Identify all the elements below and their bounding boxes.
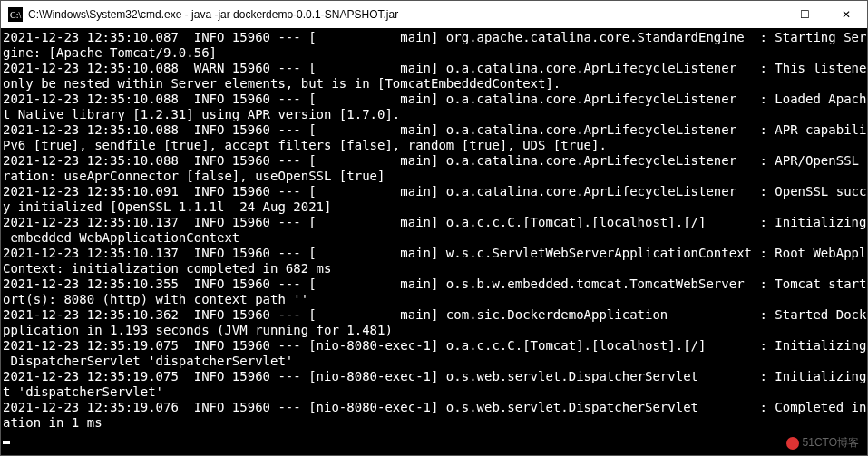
close-icon: ✕ — [842, 8, 851, 21]
log-line: 2021-12-23 12:35:10.088 INFO 15960 --- [… — [3, 122, 867, 138]
log-line: 2021-12-23 12:35:10.137 INFO 15960 --- [… — [3, 215, 867, 230]
close-button[interactable]: ✕ — [825, 1, 867, 28]
cursor — [3, 441, 10, 444]
log-line: 2021-12-23 12:35:10.362 INFO 15960 --- [… — [3, 307, 867, 323]
log-line: 2021-12-23 12:35:10.355 INFO 15960 --- [… — [3, 277, 867, 292]
console-output[interactable]: 2021-12-23 12:35:10.087 INFO 15960 --- [… — [1, 28, 867, 455]
log-line: 2021-12-23 12:35:19.075 INFO 15960 --- [… — [3, 338, 867, 354]
watermark: 51CTO博客 — [786, 435, 859, 451]
svg-text:C:\: C:\ — [10, 10, 21, 20]
maximize-button[interactable]: ☐ — [784, 1, 825, 28]
cmd-icon: C:\ — [8, 7, 23, 22]
log-line: Context: initialization completed in 682… — [3, 261, 867, 277]
window-controls: — ☐ ✕ — [742, 1, 867, 28]
log-line: ation in 1 ms — [3, 415, 867, 431]
log-line: 2021-12-23 12:35:19.076 INFO 15960 --- [… — [3, 400, 867, 415]
log-line: 2021-12-23 12:35:10.088 INFO 15960 --- [… — [3, 153, 867, 169]
log-line: 2021-12-23 12:35:10.088 WARN 15960 --- [… — [3, 61, 867, 76]
log-line: only be nested within Server elements, b… — [3, 76, 867, 92]
minimize-icon: — — [757, 8, 768, 21]
log-line: gine: [Apache Tomcat/9.0.56] — [3, 45, 867, 61]
log-line: 2021-12-23 12:35:10.137 INFO 15960 --- [… — [3, 246, 867, 261]
log-line: pplication in 1.193 seconds (JVM running… — [3, 323, 867, 338]
cursor-line — [3, 431, 867, 446]
log-line: Pv6 [true], sendfile [true], accept filt… — [3, 138, 867, 153]
log-line: 2021-12-23 12:35:19.075 INFO 15960 --- [… — [3, 369, 867, 384]
log-line: 2021-12-23 12:35:10.088 INFO 15960 --- [… — [3, 92, 867, 107]
log-line: ort(s): 8080 (http) with context path '' — [3, 292, 867, 307]
watermark-logo-icon — [786, 437, 799, 450]
cmd-window: C:\ C:\Windows\System32\cmd.exe - java -… — [0, 0, 868, 456]
title-bar[interactable]: C:\ C:\Windows\System32\cmd.exe - java -… — [1, 1, 867, 28]
window-title: C:\Windows\System32\cmd.exe - java -jar … — [28, 8, 742, 21]
maximize-icon: ☐ — [800, 8, 810, 21]
log-line: t Native library [1.2.31] using APR vers… — [3, 107, 867, 122]
log-line: t 'dispatcherServlet' — [3, 384, 867, 400]
log-line: 2021-12-23 12:35:10.091 INFO 15960 --- [… — [3, 184, 867, 199]
minimize-button[interactable]: — — [742, 1, 784, 28]
log-line: ration: useAprConnector [false], useOpen… — [3, 169, 867, 184]
log-line: y initialized [OpenSSL 1.1.1l 24 Aug 202… — [3, 199, 867, 215]
log-line: embedded WebApplicationContext — [3, 230, 867, 246]
log-line: DispatcherServlet 'dispatcherServlet' — [3, 354, 867, 369]
log-line: 2021-12-23 12:35:10.087 INFO 15960 --- [… — [3, 30, 867, 45]
watermark-text: 51CTO博客 — [803, 435, 859, 451]
